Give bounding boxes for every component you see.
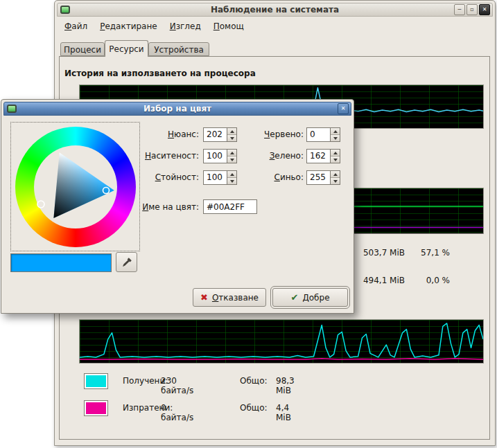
- green-spinner[interactable]: 162: [306, 149, 340, 163]
- green-spin-down-icon[interactable]: [331, 156, 340, 163]
- blue-spinner[interactable]: 255: [306, 170, 340, 185]
- value-spin-up-icon[interactable]: [227, 171, 236, 177]
- menu-file[interactable]: Файл: [58, 19, 94, 33]
- maximize-icon[interactable]: ▫: [467, 4, 478, 15]
- cancel-x-icon: ✖: [200, 292, 208, 303]
- saturation-label: Наситеност:: [130, 149, 199, 163]
- value-value[interactable]: 100: [203, 170, 227, 185]
- minimize-icon[interactable]: ─: [454, 4, 465, 15]
- saturation-spin-down-icon[interactable]: [227, 156, 236, 163]
- dialog-app-icon: [7, 105, 17, 113]
- hue-marker: [37, 201, 44, 208]
- blue-spin-down-icon[interactable]: [331, 177, 340, 184]
- color-preview: [10, 253, 112, 272]
- desktop: Наблюдение на системата ─ ▫ ✕ ФайлРедакт…: [0, 0, 497, 448]
- green-spin-up-icon[interactable]: [331, 150, 340, 156]
- eyedropper-button[interactable]: [116, 252, 137, 272]
- blue-value[interactable]: 255: [306, 170, 330, 185]
- sent-total: 4,4 MiB: [276, 403, 291, 422]
- red-value[interactable]: 0: [306, 127, 330, 142]
- ok-button-label: Добре: [302, 293, 329, 303]
- saturation-value[interactable]: 100: [203, 149, 227, 163]
- main-titlebar[interactable]: Наблюдение на системата ─ ▫ ✕: [57, 3, 493, 17]
- hue-value[interactable]: 202: [203, 127, 227, 142]
- sent-rate: 0 байта/s: [161, 403, 193, 422]
- saturation-spinner[interactable]: 100: [203, 149, 237, 163]
- blue-spin-up-icon[interactable]: [331, 171, 340, 177]
- main-window-title: Наблюдение на системата: [58, 5, 492, 15]
- ok-check-icon: ✔: [290, 292, 298, 303]
- memory-used-value: 503,7 MiB: [346, 248, 405, 258]
- saturation-spin-up-icon[interactable]: [227, 150, 236, 156]
- red-spinner[interactable]: 0: [306, 127, 340, 142]
- menubar: ФайлРедактиранеИзгледПомощ: [58, 19, 250, 35]
- tab-devices[interactable]: Устройства: [148, 42, 209, 56]
- swap-used-percent: 0,0 %: [400, 276, 450, 285]
- system-monitor-app-icon: [60, 6, 70, 14]
- cancel-button[interactable]: ✖ Отказване: [193, 288, 266, 307]
- red-label: Червено:: [241, 127, 304, 142]
- dialog-close-icon[interactable]: ✕: [338, 103, 349, 114]
- color-wheel-area: [10, 122, 140, 251]
- swap-used-value: 494,1 MiB: [346, 276, 405, 285]
- dialog-titlebar[interactable]: Избор на цвят ✕: [3, 102, 351, 116]
- sent-color-button[interactable]: [84, 400, 108, 416]
- green-label: Зелено:: [241, 149, 304, 163]
- green-value[interactable]: 162: [306, 149, 330, 163]
- memory-used-percent: 57,1 %: [400, 248, 450, 258]
- value-spinner[interactable]: 100: [203, 170, 237, 185]
- menu-edit[interactable]: Редактиране: [94, 19, 164, 33]
- red-spin-down-icon[interactable]: [331, 134, 340, 141]
- hue-spin-down-icon[interactable]: [227, 134, 236, 141]
- tab-resources[interactable]: Ресурси: [105, 40, 148, 57]
- menu-view[interactable]: Изглед: [164, 19, 207, 33]
- menu-help[interactable]: Помощ: [207, 19, 250, 33]
- sent-total-label: Общо:: [240, 403, 268, 413]
- received-color-swatch: [86, 375, 106, 387]
- value-label: Стойност:: [130, 170, 199, 185]
- color-picker-dialog: Избор на цвят ✕: [1, 99, 354, 314]
- cpu-history-heading: История на използването на процесора: [64, 69, 256, 78]
- received-total-label: Общо:: [240, 376, 268, 386]
- cancel-button-label: Отказване: [212, 293, 259, 303]
- blue-label: Синьо:: [241, 170, 304, 185]
- tab-processes[interactable]: Процеси: [60, 42, 105, 56]
- value-spin-down-icon[interactable]: [227, 177, 236, 184]
- received-rate: 230 байта/s: [161, 376, 193, 395]
- hue-spin-up-icon[interactable]: [227, 128, 236, 134]
- saturation-value-triangle[interactable]: [15, 127, 136, 247]
- color-name-label: Име на цвят:: [130, 200, 199, 215]
- eyedropper-icon: [121, 257, 132, 268]
- color-name-input[interactable]: [203, 199, 257, 214]
- red-spin-up-icon[interactable]: [331, 128, 340, 134]
- received-total: 98,3 MiB: [276, 376, 295, 395]
- dialog-title: Избор на цвят: [4, 104, 351, 114]
- hue-label: Нюанс:: [130, 127, 199, 142]
- received-color-button[interactable]: [84, 373, 108, 389]
- network-history-graph: [79, 319, 484, 364]
- ok-button[interactable]: ✔ Добре: [272, 288, 348, 307]
- sent-color-swatch: [86, 402, 106, 414]
- hue-spinner[interactable]: 202: [203, 127, 237, 142]
- close-icon[interactable]: ✕: [479, 4, 490, 15]
